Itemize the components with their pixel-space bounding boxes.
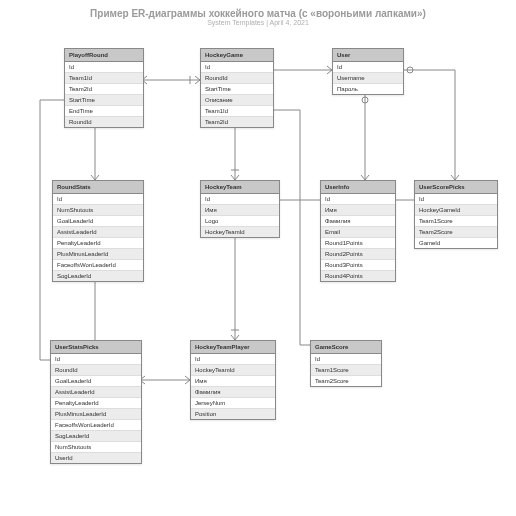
entity-attr: Username — [333, 73, 403, 84]
entity-header: UserInfo — [321, 181, 395, 194]
entity-HockeyTeamPlayer[interactable]: HockeyTeamPlayerIdHockeyTeamIdИмяФамилия… — [190, 340, 276, 420]
entity-attr: Round4Points — [321, 271, 395, 281]
entity-attr: NumShutouts — [53, 205, 143, 216]
entity-attr: FaceoffsWonLeaderId — [51, 420, 141, 431]
entity-attr: StartTime — [201, 84, 273, 95]
entity-attr: Имя — [321, 205, 395, 216]
entity-attr: UserId — [51, 453, 141, 463]
entity-header: RoundStats — [53, 181, 143, 194]
entity-attr: AssistLeaderId — [51, 387, 141, 398]
entity-RoundStats[interactable]: RoundStatsIdNumShutoutsGoalLeaderIdAssis… — [52, 180, 144, 282]
entity-attr: SogLeaderId — [53, 271, 143, 281]
entity-header: GameScore — [311, 341, 381, 354]
entity-attr: RoundId — [65, 117, 143, 127]
entity-attr: Id — [51, 354, 141, 365]
entity-attr: Position — [191, 409, 275, 419]
entity-attr: PenaltyLeaderId — [51, 398, 141, 409]
entity-attr: Team1Score — [415, 216, 497, 227]
entity-attr: PlusMinusLeaderId — [53, 249, 143, 260]
entity-attr: Id — [333, 62, 403, 73]
svg-point-3 — [362, 97, 368, 103]
entity-header: HockeyGame — [201, 49, 273, 62]
entity-attr: PlusMinusLeaderId — [51, 409, 141, 420]
entity-attr: Id — [65, 62, 143, 73]
entity-attr: Email — [321, 227, 395, 238]
entity-attr: Id — [191, 354, 275, 365]
entity-UserStatsPicks[interactable]: UserStatsPicksIdRoundIdGoalLeaderIdAssis… — [50, 340, 142, 464]
entity-attr: Team1Id — [65, 73, 143, 84]
entity-attr: EndTime — [65, 106, 143, 117]
diagram-title: Пример ER-диаграммы хоккейного матча (с … — [0, 0, 516, 19]
entity-attr: Round1Points — [321, 238, 395, 249]
entity-attr: Имя — [191, 376, 275, 387]
entity-attr: Id — [311, 354, 381, 365]
entity-attr: Logo — [201, 216, 279, 227]
entity-attr: Описание — [201, 95, 273, 106]
entity-attr: Пароль — [333, 84, 403, 94]
entity-attr: Id — [415, 194, 497, 205]
entity-header: PlayoffRound — [65, 49, 143, 62]
entity-attr: GoalLeaderId — [53, 216, 143, 227]
entity-attr: Team1Id — [201, 106, 273, 117]
entity-attr: AssistLeaderId — [53, 227, 143, 238]
entity-User[interactable]: UserIdUsernameПароль — [332, 48, 404, 95]
entity-attr: GameId — [415, 238, 497, 248]
entity-attr: Имя — [201, 205, 279, 216]
entity-attr: HockeyTeamId — [191, 365, 275, 376]
entity-attr: RoundId — [201, 73, 273, 84]
entity-attr: HockeyGameId — [415, 205, 497, 216]
entity-attr: Team2Id — [65, 84, 143, 95]
entity-attr: JerseyNum — [191, 398, 275, 409]
entity-attr: Team2Score — [415, 227, 497, 238]
entity-header: HockeyTeamPlayer — [191, 341, 275, 354]
entity-attr: Id — [201, 194, 279, 205]
entity-attr: Team2Score — [311, 376, 381, 386]
entity-attr: Id — [53, 194, 143, 205]
entity-UserInfo[interactable]: UserInfoIdИмяФамилияEmailRound1PointsRou… — [320, 180, 396, 282]
entity-attr: HockeyTeamId — [201, 227, 279, 237]
svg-point-4 — [407, 67, 413, 73]
entity-attr: Team2Id — [201, 117, 273, 127]
entity-PlayoffRound[interactable]: PlayoffRoundIdTeam1IdTeam2IdStartTimeEnd… — [64, 48, 144, 128]
entity-header: UserStatsPicks — [51, 341, 141, 354]
entity-UserScorePicks[interactable]: UserScorePicksIdHockeyGameIdTeam1ScoreTe… — [414, 180, 498, 249]
diagram-subtitle: System Templates | April 4, 2021 — [0, 19, 516, 30]
entity-attr: Id — [201, 62, 273, 73]
entity-attr: GoalLeaderId — [51, 376, 141, 387]
entity-attr: NumShutouts — [51, 442, 141, 453]
entity-attr: Фамилия — [321, 216, 395, 227]
entity-header: HockeyTeam — [201, 181, 279, 194]
entity-attr: Team1Score — [311, 365, 381, 376]
entity-HockeyTeam[interactable]: HockeyTeamIdИмяLogoHockeyTeamId — [200, 180, 280, 238]
entity-attr: StartTime — [65, 95, 143, 106]
entity-attr: RoundId — [51, 365, 141, 376]
entity-GameScore[interactable]: GameScoreIdTeam1ScoreTeam2Score — [310, 340, 382, 387]
entity-attr: FaceoffsWonLeaderId — [53, 260, 143, 271]
entity-attr: Round2Points — [321, 249, 395, 260]
entity-attr: Id — [321, 194, 395, 205]
entity-header: User — [333, 49, 403, 62]
entity-header: UserScorePicks — [415, 181, 497, 194]
entity-attr: SogLeaderId — [51, 431, 141, 442]
entity-attr: Round3Points — [321, 260, 395, 271]
entity-attr: Фамилия — [191, 387, 275, 398]
entity-HockeyGame[interactable]: HockeyGameIdRoundIdStartTimeОписаниеTeam… — [200, 48, 274, 128]
entity-attr: PenaltyLeaderId — [53, 238, 143, 249]
